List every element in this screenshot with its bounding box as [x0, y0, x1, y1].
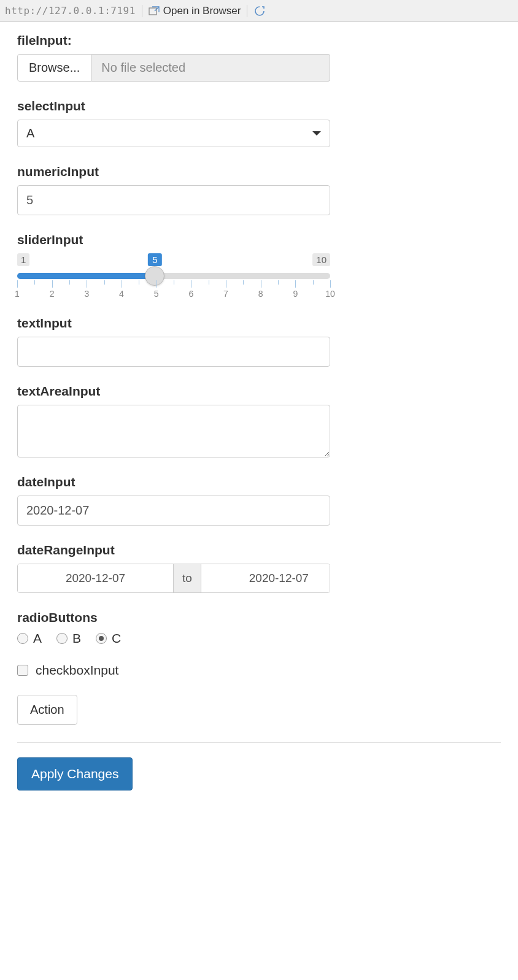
daterange-input-group: dateRangeInput to	[17, 543, 501, 593]
select-input-label: selectInput	[17, 99, 501, 113]
checkbox-input[interactable]: checkboxInput	[17, 663, 501, 678]
select-value: A	[26, 126, 34, 140]
refresh-icon	[253, 5, 266, 17]
radio-option-c[interactable]: C	[96, 631, 121, 646]
slider-value-badge: 5	[148, 253, 161, 266]
slider-tick-label: 8	[258, 289, 263, 299]
radio-buttons-group: radioButtons ABC	[17, 610, 501, 646]
slider-tick	[330, 280, 331, 288]
slider-tick	[17, 280, 18, 288]
text-input-group: textInput	[17, 316, 501, 367]
slider-tick	[122, 280, 122, 288]
daterange-input-label: dateRangeInput	[17, 543, 501, 557]
checkbox-input-group: checkboxInput	[17, 663, 501, 678]
slider-tick-label: 5	[154, 289, 159, 299]
slider-tick	[226, 280, 226, 288]
textarea-input-group: textAreaInput	[17, 384, 501, 457]
slider-ticks: 12345678910	[17, 280, 330, 299]
date-input[interactable]	[17, 496, 330, 526]
slider-tick	[52, 280, 53, 288]
slider-tick-label: 6	[188, 289, 193, 299]
slider-tick-minor	[243, 280, 244, 285]
slider-input-group: sliderInput 1 5 10 12345678910	[17, 232, 501, 299]
date-input-group: dateInput	[17, 475, 501, 526]
text-input[interactable]	[17, 337, 330, 367]
daterange-to[interactable]	[201, 564, 330, 592]
textarea-input[interactable]	[17, 405, 330, 457]
radio-circle-icon	[56, 633, 68, 644]
slider-tick	[157, 280, 157, 288]
numeric-input-group: numericInput	[17, 164, 501, 215]
slider-tick-minor	[174, 280, 174, 285]
open-in-browser-button[interactable]: Open in Browser	[149, 5, 241, 17]
radio-option-b[interactable]: B	[56, 631, 81, 646]
daterange-from[interactable]	[18, 564, 173, 592]
divider	[17, 742, 501, 743]
slider-tick-label: 10	[325, 289, 335, 299]
slider-tick	[261, 280, 261, 288]
slider-max: 10	[312, 253, 330, 266]
action-button[interactable]: Action	[17, 695, 77, 725]
radio-option-a[interactable]: A	[17, 631, 42, 646]
slider-tick-minor	[34, 280, 35, 285]
numeric-input[interactable]	[17, 185, 330, 215]
slider-tick-label: 9	[293, 289, 298, 299]
action-button-group: Action	[17, 695, 501, 725]
slider-min: 1	[17, 253, 29, 266]
slider-tick-minor	[209, 280, 209, 285]
external-window-icon	[149, 6, 160, 16]
text-input-label: textInput	[17, 316, 501, 331]
chevron-down-icon	[312, 131, 321, 136]
slider-tick-label: 2	[50, 289, 55, 299]
textarea-input-label: textAreaInput	[17, 384, 501, 399]
slider-tick-label: 7	[223, 289, 228, 299]
file-input-label: fileInput:	[17, 33, 501, 48]
svg-rect-0	[149, 8, 157, 15]
radio-option-label: C	[112, 631, 121, 646]
slider-track[interactable]	[17, 273, 330, 279]
file-status: No file selected	[91, 54, 330, 82]
slider-tick	[191, 280, 191, 288]
slider-tick-minor	[139, 280, 139, 285]
toolbar-divider	[142, 5, 142, 17]
date-input-label: dateInput	[17, 475, 501, 489]
file-input-group: fileInput: Browse... No file selected	[17, 33, 501, 82]
slider-tick-label: 4	[119, 289, 124, 299]
slider-tick-minor	[313, 280, 314, 285]
radio-circle-icon	[96, 633, 107, 644]
radio-buttons-label: radioButtons	[17, 610, 501, 625]
slider-tick-minor	[69, 280, 70, 285]
open-in-browser-label: Open in Browser	[163, 5, 241, 17]
slider-tick-label: 3	[84, 289, 89, 299]
radio-circle-icon	[17, 633, 28, 644]
slider-tick-label: 1	[15, 289, 20, 299]
slider-tick-minor	[104, 280, 105, 285]
slider-tick	[295, 280, 296, 288]
ide-toolbar: http://127.0.0.1:7191 Open in Browser	[0, 0, 518, 22]
toolbar-divider	[247, 5, 247, 17]
slider-fill	[17, 273, 155, 279]
radio-option-label: B	[72, 631, 81, 646]
slider-input-label: sliderInput	[17, 232, 501, 247]
select-input-group: selectInput A	[17, 99, 501, 147]
daterange-separator: to	[173, 564, 201, 592]
checkbox-box-icon	[17, 665, 28, 676]
url-display: http://127.0.0.1:7191	[5, 5, 136, 17]
refresh-button[interactable]	[253, 5, 266, 17]
slider-tick-minor	[278, 280, 279, 285]
select-input[interactable]: A	[17, 120, 330, 147]
slider-tick	[87, 280, 87, 288]
browse-button[interactable]: Browse...	[17, 54, 91, 82]
numeric-input-label: numericInput	[17, 164, 501, 179]
radio-option-label: A	[33, 631, 42, 646]
apply-changes-button[interactable]: Apply Changes	[17, 757, 133, 791]
checkbox-label: checkboxInput	[36, 663, 118, 678]
